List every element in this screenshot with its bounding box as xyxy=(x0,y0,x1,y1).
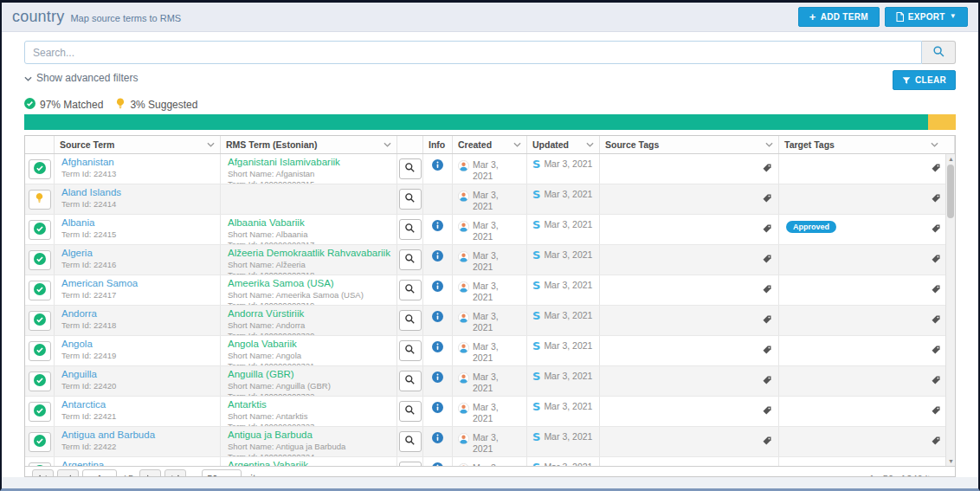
tag-icon[interactable] xyxy=(762,313,772,328)
row-search-button[interactable] xyxy=(399,340,422,361)
scroll-down-icon[interactable]: ▼ xyxy=(946,456,955,466)
status-button[interactable] xyxy=(29,341,51,361)
items-per-page-select[interactable]: 50 xyxy=(202,469,242,477)
chevron-down-icon[interactable] xyxy=(207,142,215,147)
search-button[interactable] xyxy=(922,41,956,64)
chevron-down-icon[interactable] xyxy=(765,142,773,147)
show-advanced-filters-link[interactable]: Show advanced filters xyxy=(24,70,138,84)
source-term-link[interactable]: Anguilla xyxy=(61,369,215,380)
chevron-down-icon[interactable] xyxy=(513,142,521,147)
info-icon[interactable] xyxy=(432,401,443,417)
previous-page-button[interactable] xyxy=(57,469,79,477)
rms-term-link[interactable]: Alžeeria Demokraatlik Rahvavabariik xyxy=(228,248,391,259)
rms-term-link[interactable]: Afganistani Islamivabariik xyxy=(228,157,391,168)
info-icon[interactable] xyxy=(432,371,443,386)
tag-icon[interactable] xyxy=(931,434,941,449)
info-icon[interactable] xyxy=(432,280,443,295)
tag-icon[interactable] xyxy=(931,373,941,389)
status-button[interactable] xyxy=(29,371,51,391)
tag-icon[interactable] xyxy=(931,464,941,466)
info-icon[interactable] xyxy=(432,310,443,326)
vertical-scrollbar[interactable]: ▲ ▼ xyxy=(945,154,955,466)
add-term-button[interactable]: + ADD TERM xyxy=(798,7,880,27)
export-button[interactable]: EXPORT ▼ xyxy=(885,7,968,27)
info-icon[interactable] xyxy=(432,431,443,447)
status-button[interactable] xyxy=(29,190,51,210)
rms-term-link[interactable]: Argentina Vabariik xyxy=(228,460,391,466)
source-term-link[interactable]: American Samoa xyxy=(61,278,215,289)
rms-term-link[interactable]: Antigua ja Barbuda xyxy=(228,430,391,441)
tag-icon[interactable] xyxy=(762,434,772,449)
status-button[interactable] xyxy=(29,220,51,240)
tag-icon[interactable] xyxy=(931,282,941,298)
status-button[interactable] xyxy=(29,462,51,467)
page-number-input[interactable] xyxy=(82,469,117,477)
tag-icon[interactable] xyxy=(762,191,772,207)
source-term-link[interactable]: Andorra xyxy=(61,308,215,320)
row-search-button[interactable] xyxy=(399,462,422,466)
tag-icon[interactable] xyxy=(762,404,772,419)
first-page-button[interactable] xyxy=(32,469,54,477)
status-button[interactable] xyxy=(29,159,51,179)
rms-term-link[interactable]: Anguilla (GBR) xyxy=(228,369,391,380)
status-button[interactable] xyxy=(29,250,51,270)
status-button[interactable] xyxy=(29,432,51,452)
rms-term-link[interactable]: Andorra Vürstiriik xyxy=(228,308,391,320)
status-button[interactable] xyxy=(29,402,51,422)
chevron-down-icon[interactable] xyxy=(931,142,938,147)
rms-term-link[interactable]: Ameerika Samoa (USA) xyxy=(228,278,391,289)
rms-term-link[interactable]: Albaania Vabariik xyxy=(228,217,391,229)
info-icon[interactable] xyxy=(432,249,443,265)
tag-icon[interactable] xyxy=(931,313,941,328)
status-button[interactable] xyxy=(29,281,51,300)
info-icon[interactable] xyxy=(432,219,443,235)
source-term-link[interactable]: Aland Islands xyxy=(61,187,215,198)
column-header-updated[interactable]: Updated xyxy=(527,136,600,153)
source-term-link[interactable]: Antarctica xyxy=(61,399,215,410)
rms-term-link[interactable]: Antarktis xyxy=(228,399,391,410)
info-icon[interactable] xyxy=(432,462,443,466)
tag-icon[interactable] xyxy=(931,252,941,268)
tag-icon[interactable] xyxy=(762,464,772,466)
scroll-up-icon[interactable]: ▲ xyxy=(946,154,955,164)
tag-icon[interactable] xyxy=(762,343,772,359)
source-term-link[interactable]: Angola xyxy=(61,339,215,350)
tag-icon[interactable] xyxy=(762,222,772,237)
column-header-created[interactable]: Created xyxy=(453,136,527,153)
chevron-down-icon[interactable] xyxy=(586,142,594,147)
source-term-link[interactable]: Algeria xyxy=(61,248,215,259)
tag-icon[interactable] xyxy=(762,252,772,268)
row-search-button[interactable] xyxy=(399,310,422,331)
rms-term-link[interactable]: Angola Vabariik xyxy=(228,339,391,350)
source-term-link[interactable]: Afghanistan xyxy=(61,157,215,168)
row-search-button[interactable] xyxy=(399,371,422,391)
scrollbar-thumb[interactable] xyxy=(947,165,954,218)
tag-icon[interactable] xyxy=(931,161,941,177)
source-term-link[interactable]: Argentina xyxy=(61,460,215,466)
row-search-button[interactable] xyxy=(399,219,422,240)
row-search-button[interactable] xyxy=(399,249,422,270)
source-term-link[interactable]: Albania xyxy=(61,217,215,229)
info-icon[interactable] xyxy=(432,340,443,356)
tag-icon[interactable] xyxy=(931,222,941,237)
column-header-target-tags[interactable]: Target Tags xyxy=(779,136,955,153)
search-input[interactable] xyxy=(24,41,922,64)
row-search-button[interactable] xyxy=(399,280,422,300)
tag-icon[interactable] xyxy=(762,282,772,298)
row-search-button[interactable] xyxy=(399,189,422,210)
column-header-source-tags[interactable]: Source Tags xyxy=(600,136,779,153)
tag-icon[interactable] xyxy=(762,373,772,389)
info-icon[interactable] xyxy=(432,158,443,174)
column-header-source-term[interactable]: Source Term xyxy=(55,136,221,153)
row-search-button[interactable] xyxy=(399,401,422,422)
source-term-link[interactable]: Antigua and Barbuda xyxy=(61,430,215,441)
last-page-button[interactable] xyxy=(164,469,186,477)
row-search-button[interactable] xyxy=(399,431,422,452)
column-header-rms-term[interactable]: RMS Term (Estonian) xyxy=(221,136,397,153)
chevron-down-icon[interactable] xyxy=(384,142,391,147)
row-search-button[interactable] xyxy=(399,158,422,179)
next-page-button[interactable] xyxy=(139,469,161,477)
status-button[interactable] xyxy=(29,311,51,331)
tag-icon[interactable] xyxy=(931,191,941,207)
tag-icon[interactable] xyxy=(931,343,941,359)
